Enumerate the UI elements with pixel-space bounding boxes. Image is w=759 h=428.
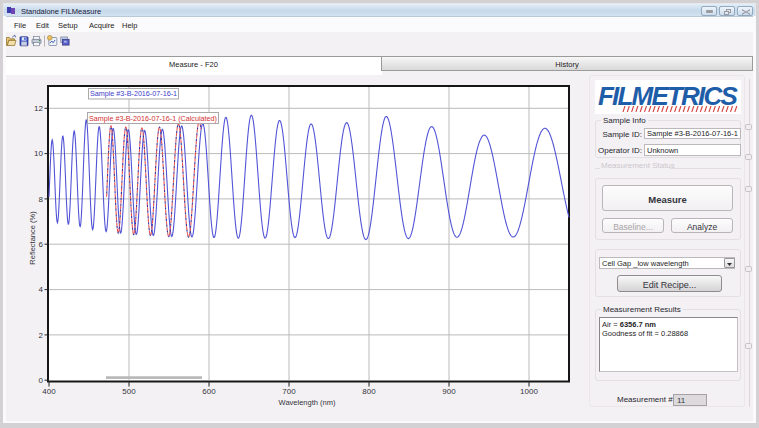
svg-text:12: 12 — [34, 104, 43, 113]
svg-text:1000: 1000 — [520, 387, 538, 396]
svg-text:600: 600 — [202, 387, 216, 396]
svg-text:0: 0 — [39, 376, 44, 385]
svg-text:Wavelength (nm): Wavelength (nm) — [279, 398, 336, 407]
svg-text:400: 400 — [42, 387, 56, 396]
svg-text:10: 10 — [34, 149, 43, 158]
svg-text:4: 4 — [39, 285, 44, 294]
svg-text:900: 900 — [442, 387, 456, 396]
svg-text:500: 500 — [122, 387, 136, 396]
svg-text:Sample #3-B-2016-07-16-1 (Calc: Sample #3-B-2016-07-16-1 (Calculated) — [89, 114, 217, 123]
svg-text:700: 700 — [282, 387, 296, 396]
svg-text:Sample #3-B-2016-07-16-1: Sample #3-B-2016-07-16-1 — [90, 89, 177, 98]
svg-text:6: 6 — [39, 240, 44, 249]
svg-text:8: 8 — [39, 195, 44, 204]
svg-text:Reflectance (%): Reflectance (%) — [28, 211, 37, 265]
svg-text:800: 800 — [362, 387, 376, 396]
svg-text:2: 2 — [39, 331, 44, 340]
